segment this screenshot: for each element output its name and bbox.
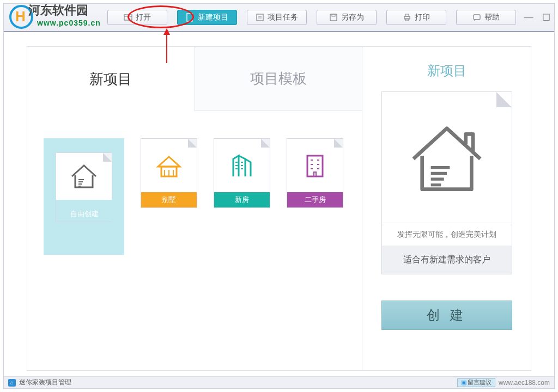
tab-new-project[interactable]: 新项目 xyxy=(27,47,195,111)
maximize-button[interactable]: ☐ xyxy=(541,12,551,23)
new-project-button[interactable]: 新建项目 xyxy=(177,10,237,25)
open-button[interactable]: 打开 xyxy=(107,10,167,25)
svg-rect-1 xyxy=(187,14,192,21)
left-pane: 新项目 项目模板 自由创建 xyxy=(27,47,362,370)
card-second-label: 二手房 xyxy=(287,192,343,207)
tasks-label: 项目任务 xyxy=(268,13,298,22)
tabs: 新项目 项目模板 xyxy=(27,47,362,111)
preview-caption: 发挥无限可能，创造完美计划 xyxy=(382,223,512,246)
open-label: 打开 xyxy=(136,13,151,22)
svg-rect-0 xyxy=(124,15,132,20)
apartment-icon xyxy=(299,149,331,182)
right-title: 新项目 xyxy=(427,62,466,79)
save-as-label: 另存为 xyxy=(341,13,364,22)
tasks-icon xyxy=(256,13,264,22)
svg-rect-2 xyxy=(257,14,263,21)
card-free-label: 自由创建 xyxy=(56,200,113,222)
building-icon xyxy=(226,149,258,182)
help-label: 帮助 xyxy=(484,13,500,22)
print-label: 打印 xyxy=(415,13,430,22)
help-icon xyxy=(472,13,481,22)
card-free-wrap: 自由创建 xyxy=(44,138,124,255)
window-controls: ― ☐ ✕ xyxy=(524,12,558,23)
create-button[interactable]: 创 建 xyxy=(381,301,512,330)
feedback-icon: ▣ xyxy=(461,379,466,386)
new-icon xyxy=(186,13,195,22)
feedback-label: 留言建议 xyxy=(468,378,492,387)
preview-house-icon xyxy=(403,114,490,201)
print-button[interactable]: 打印 xyxy=(386,10,446,25)
card-second-hand[interactable]: 二手房 xyxy=(287,138,343,208)
print-icon xyxy=(403,13,411,22)
svg-rect-8 xyxy=(474,15,480,20)
preview-card: 发挥无限可能，创造完美计划 适合有新建需求的客户 xyxy=(381,91,512,274)
app-frame: H 打开 新建项目 项目任务 另存为 打印 xyxy=(3,3,555,389)
villa-icon xyxy=(153,149,185,182)
right-pane: 新项目 发挥无限可能，创造完美计划 适合有新建需求的客户 创 建 xyxy=(362,47,531,370)
tasks-button[interactable]: 项目任务 xyxy=(247,10,307,25)
card-new-label: 新房 xyxy=(214,192,270,207)
svg-rect-3 xyxy=(330,14,337,21)
svg-rect-10 xyxy=(307,156,323,176)
new-project-label: 新建项目 xyxy=(198,13,228,22)
card-free[interactable]: 自由创建 xyxy=(56,152,112,222)
feedback-button[interactable]: ▣ 留言建议 xyxy=(457,378,495,387)
card-villa-label: 别墅 xyxy=(141,192,197,207)
save-as-button[interactable]: 另存为 xyxy=(317,10,377,25)
help-button[interactable]: 帮助 xyxy=(456,10,516,25)
toolbar-buttons: 打开 新建项目 项目任务 另存为 打印 帮助 xyxy=(107,10,516,25)
toolbar: H 打开 新建项目 项目任务 另存为 打印 xyxy=(4,4,554,32)
card-villa[interactable]: 别墅 xyxy=(141,138,197,208)
card-new-house[interactable]: 新房 xyxy=(214,138,270,208)
status-bar: ⌂ 迷你家装项目管理 ▣ 留言建议 www.aec188.com xyxy=(4,376,554,388)
status-app-icon: ⌂ xyxy=(8,379,16,387)
main-panel: 新项目 项目模板 自由创建 xyxy=(27,46,531,371)
minimize-button[interactable]: ― xyxy=(524,12,533,23)
tab-template[interactable]: 项目模板 xyxy=(195,47,362,111)
save-icon xyxy=(329,13,338,22)
house-icon xyxy=(68,160,100,193)
status-app-name: 迷你家装项目管理 xyxy=(19,378,71,387)
open-icon xyxy=(124,13,132,22)
preview-desc: 适合有新建需求的客户 xyxy=(382,246,512,274)
status-site: www.aec188.com xyxy=(499,379,550,387)
card-row: 自由创建 别墅 xyxy=(27,111,362,370)
